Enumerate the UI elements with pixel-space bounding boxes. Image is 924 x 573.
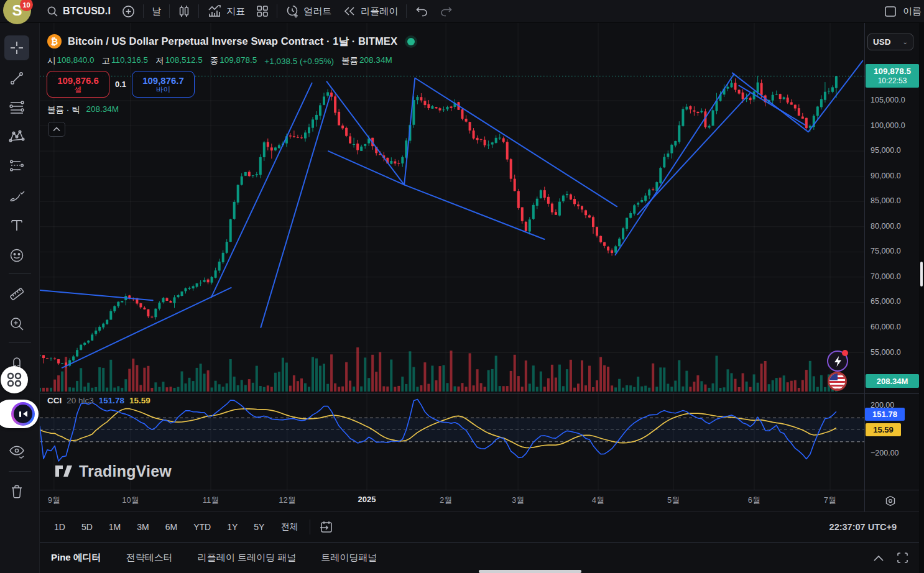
crosshair-tool[interactable] [4, 35, 29, 60]
usa-flag-widget[interactable] [828, 372, 847, 391]
bottom-panel-icons [874, 552, 908, 563]
emoji-tool[interactable] [4, 243, 29, 268]
time-tick-label: 3월 [512, 495, 524, 506]
toolbar-separator [143, 4, 144, 18]
range-button-5d[interactable]: 5D [76, 519, 98, 535]
clock-display[interactable]: 22:37:07 UTC+9 [829, 522, 897, 532]
price-tick-label: 85,000.0 [871, 196, 901, 205]
redo-icon [440, 6, 453, 17]
currency-label: USD [873, 37, 891, 47]
cci-header[interactable]: CCI 20 hlc3 151.78 15.59 [47, 396, 150, 405]
cci-signal-value: 15.59 [129, 396, 150, 405]
maximize-panel-icon[interactable] [897, 552, 908, 563]
symbol-header[interactable]: ₿ Bitcoin / US Dollar Perpetual Inverse … [47, 34, 415, 48]
alert-clock-icon [285, 4, 299, 18]
ai-orb-icon [11, 402, 35, 426]
vertical-scrollbar-thumb[interactable] [920, 262, 923, 286]
undo-button[interactable] [409, 2, 434, 21]
trend-line-tool[interactable] [4, 66, 29, 91]
indicators-icon [207, 4, 222, 18]
interval-button[interactable]: 날 [146, 2, 167, 21]
range-button-1d[interactable]: 1D [49, 519, 71, 535]
long-position-tool[interactable] [4, 154, 29, 178]
time-tick-label: 2월 [440, 495, 452, 506]
indicators-button[interactable]: 지표 [201, 2, 251, 21]
symbol-title: Bitcoin / US Dollar Perpetual Inverse Sw… [68, 35, 397, 48]
range-separator [310, 520, 310, 534]
close-value: 109,878.5 [219, 55, 257, 66]
toolbar-separator [169, 4, 170, 18]
tradingview-logo-text: TradingView [79, 462, 172, 480]
range-button-5y[interactable]: 5Y [248, 519, 270, 535]
range-button-6m[interactable]: 6M [160, 519, 183, 535]
indicator-templates-button[interactable] [251, 2, 274, 21]
low-value: 108,512.5 [165, 55, 203, 66]
trade-buttons: 109,876.6 셀 0.1 109,876.7 바이 [47, 71, 195, 98]
sidebar-divider [9, 342, 31, 343]
volume-label: 볼륨 [341, 55, 358, 66]
buy-button[interactable]: 109,876.7 바이 [132, 71, 195, 98]
sell-price: 109,876.6 [57, 75, 99, 86]
hide-drawings-tool[interactable] [4, 439, 29, 464]
range-button-전체[interactable]: 전체 [275, 518, 303, 536]
tradingview-logo-icon [55, 464, 73, 480]
price-axis[interactable]: USD ⌄ 109,878.5 10:22:53 208.34M 200.00 … [864, 23, 919, 511]
time-axis[interactable]: 9월10월11월12월20252월3월4월5월6월7월 [40, 490, 919, 511]
date-range-toolbar: 1D5D1M3M6MYTD1Y5Y전체22:37:07 UTC+9 [40, 511, 924, 542]
sell-button[interactable]: 109,876.6 셀 [47, 71, 109, 98]
open-label: 시 [47, 55, 56, 66]
replay-button[interactable]: 리플레이 [337, 2, 404, 21]
right-edge-strip [919, 23, 924, 573]
range-button-1y[interactable]: 1Y [221, 519, 243, 535]
layout-name-button[interactable]: 이름 [884, 0, 924, 23]
range-button-1m[interactable]: 1M [103, 519, 126, 535]
goto-date-icon[interactable] [316, 518, 336, 536]
plus-icon [122, 5, 135, 18]
horizontal-scrollbar-thumb[interactable] [479, 570, 581, 573]
text-tool[interactable] [4, 213, 29, 238]
time-tick-label: 10월 [122, 495, 139, 506]
replay-label: 리플레이 [361, 6, 398, 17]
measure-tool[interactable] [4, 282, 29, 306]
extension-ai-bubble[interactable] [0, 400, 39, 428]
bottom-tab-3[interactable]: 리플레이 트레이딩 패널 [198, 552, 296, 564]
xabcd-pattern-tool[interactable] [4, 124, 29, 149]
lightning-widget[interactable] [827, 351, 848, 372]
change-value: +1,038.5 (+0.95%) [264, 57, 334, 66]
search-icon [47, 6, 58, 17]
extension-grid-bubble[interactable] [1, 366, 28, 393]
flag-canton [829, 374, 838, 380]
bottom-tab-1[interactable]: Pine 에디터 [51, 552, 101, 564]
cci-line-badge: 151.78 [865, 408, 905, 421]
grid-templates-icon [256, 5, 269, 17]
indicators-label: 지표 [226, 6, 245, 17]
remove-drawings-tool[interactable] [4, 479, 29, 504]
currency-selector[interactable]: USD ⌄ [867, 34, 913, 50]
bottom-tab-4[interactable]: 트레이딩패널 [321, 552, 377, 564]
range-button-ytd[interactable]: YTD [188, 519, 216, 535]
alert-button[interactable]: 얼러트 [280, 2, 337, 21]
symbol-search-button[interactable]: BTCUSD.I [41, 2, 116, 21]
high-label: 고 [102, 55, 111, 66]
bottom-tab-2[interactable]: 전략테스터 [126, 552, 173, 564]
zoom-in-tool[interactable] [4, 311, 29, 336]
volume-tick-value: 208.34M [86, 104, 119, 116]
collapse-panel-button[interactable] [48, 122, 65, 137]
range-button-3m[interactable]: 3M [131, 519, 154, 535]
last-price-badge: 109,878.5 10:22:53 [866, 64, 919, 88]
redo-button[interactable] [434, 2, 459, 21]
drawing-toolbar [0, 23, 40, 573]
pane-divider[interactable] [40, 393, 919, 394]
volume-tick-row: 볼륨 · 틱 208.34M [47, 104, 119, 116]
market-status-dot[interactable] [407, 38, 415, 45]
price-tick-label: 70,000.0 [871, 272, 901, 281]
expand-panel-chevron-icon[interactable] [874, 555, 884, 561]
chart-style-button[interactable] [172, 2, 196, 21]
brush-tool[interactable] [4, 183, 29, 208]
countdown-time: 10:22:53 [878, 76, 907, 85]
fib-retracement-tool[interactable] [4, 94, 29, 119]
add-symbol-button[interactable] [116, 2, 141, 21]
undo-icon [415, 6, 428, 17]
tradingview-watermark[interactable]: TradingView [55, 462, 172, 480]
cci-line-value: 151.78 [99, 396, 124, 405]
